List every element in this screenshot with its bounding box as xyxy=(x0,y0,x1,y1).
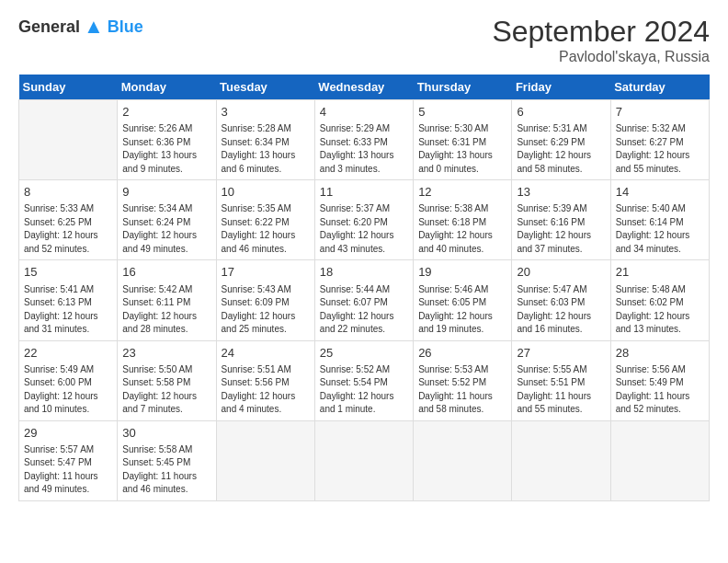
header-wednesday: Wednesday xyxy=(314,75,413,100)
logo-general: General xyxy=(18,17,80,37)
list-item: 15 Sunrise: 5:41 AMSunset: 6:13 PMDaylig… xyxy=(19,260,118,340)
list-item: 27 Sunrise: 5:55 AMSunset: 5:51 PMDaylig… xyxy=(512,340,610,420)
table-row: 29 Sunrise: 5:57 AMSunset: 5:47 PMDaylig… xyxy=(19,420,710,500)
list-item: 5 Sunrise: 5:30 AMSunset: 6:31 PMDayligh… xyxy=(414,100,512,180)
table-row: 8 Sunrise: 5:33 AMSunset: 6:25 PMDayligh… xyxy=(19,180,710,260)
header-monday: Monday xyxy=(118,75,216,100)
header-row: General ▲ Blue September 2024 Pavlodol's… xyxy=(18,15,710,65)
header-friday: Friday xyxy=(512,75,610,100)
list-item: 6 Sunrise: 5:31 AMSunset: 6:29 PMDayligh… xyxy=(512,100,610,180)
empty-cell xyxy=(610,420,709,500)
header-sunday: Sunday xyxy=(19,75,118,100)
list-item: 28 Sunrise: 5:56 AMSunset: 5:49 PMDaylig… xyxy=(610,340,709,420)
list-item: 16 Sunrise: 5:42 AMSunset: 6:11 PMDaylig… xyxy=(118,260,216,340)
location-title: Pavlodol'skaya, Russia xyxy=(492,49,710,65)
list-item: 24 Sunrise: 5:51 AMSunset: 5:56 PMDaylig… xyxy=(216,340,314,420)
list-item: 7 Sunrise: 5:32 AMSunset: 6:27 PMDayligh… xyxy=(610,100,709,180)
header-thursday: Thursday xyxy=(414,75,512,100)
table-row: 15 Sunrise: 5:41 AMSunset: 6:13 PMDaylig… xyxy=(19,260,710,340)
list-item: 4 Sunrise: 5:29 AMSunset: 6:33 PMDayligh… xyxy=(314,100,413,180)
list-item: 23 Sunrise: 5:50 AMSunset: 5:58 PMDaylig… xyxy=(118,340,216,420)
header-saturday: Saturday xyxy=(610,75,709,100)
list-item: 29 Sunrise: 5:57 AMSunset: 5:47 PMDaylig… xyxy=(19,420,118,500)
month-title: September 2024 xyxy=(492,15,710,49)
list-item: 22 Sunrise: 5:49 AMSunset: 6:00 PMDaylig… xyxy=(19,340,118,420)
list-item: 8 Sunrise: 5:33 AMSunset: 6:25 PMDayligh… xyxy=(19,180,118,260)
logo: General ▲ Blue xyxy=(18,15,143,39)
list-item: 9 Sunrise: 5:34 AMSunset: 6:24 PMDayligh… xyxy=(118,180,216,260)
empty-cell xyxy=(414,420,512,500)
list-item: 18 Sunrise: 5:44 AMSunset: 6:07 PMDaylig… xyxy=(314,260,413,340)
title-section: September 2024 Pavlodol'skaya, Russia xyxy=(492,15,710,65)
logo-blue: Blue xyxy=(108,17,143,37)
logo-bird-icon: ▲ xyxy=(84,15,104,39)
list-item: 2 Sunrise: 5:26 AMSunset: 6:36 PMDayligh… xyxy=(118,100,216,180)
list-item: 3 Sunrise: 5:28 AMSunset: 6:34 PMDayligh… xyxy=(216,100,314,180)
list-item: 14 Sunrise: 5:40 AMSunset: 6:14 PMDaylig… xyxy=(610,180,709,260)
list-item: 11 Sunrise: 5:37 AMSunset: 6:20 PMDaylig… xyxy=(314,180,413,260)
list-item: 30 Sunrise: 5:58 AMSunset: 5:45 PMDaylig… xyxy=(118,420,216,500)
list-item: 10 Sunrise: 5:35 AMSunset: 6:22 PMDaylig… xyxy=(216,180,314,260)
list-item: 13 Sunrise: 5:39 AMSunset: 6:16 PMDaylig… xyxy=(512,180,610,260)
list-item: 19 Sunrise: 5:46 AMSunset: 6:05 PMDaylig… xyxy=(414,260,512,340)
empty-cell xyxy=(314,420,413,500)
empty-cell xyxy=(19,100,118,180)
list-item: 20 Sunrise: 5:47 AMSunset: 6:03 PMDaylig… xyxy=(512,260,610,340)
table-row: 2 Sunrise: 5:26 AMSunset: 6:36 PMDayligh… xyxy=(19,100,710,180)
table-row: 22 Sunrise: 5:49 AMSunset: 6:00 PMDaylig… xyxy=(19,340,710,420)
list-item: 25 Sunrise: 5:52 AMSunset: 5:54 PMDaylig… xyxy=(314,340,413,420)
list-item: 21 Sunrise: 5:48 AMSunset: 6:02 PMDaylig… xyxy=(610,260,709,340)
empty-cell xyxy=(512,420,610,500)
header-tuesday: Tuesday xyxy=(216,75,314,100)
list-item: 26 Sunrise: 5:53 AMSunset: 5:52 PMDaylig… xyxy=(414,340,512,420)
list-item: 17 Sunrise: 5:43 AMSunset: 6:09 PMDaylig… xyxy=(216,260,314,340)
calendar-container: General ▲ Blue September 2024 Pavlodol's… xyxy=(0,0,728,511)
empty-cell xyxy=(216,420,314,500)
calendar-table: Sunday Monday Tuesday Wednesday Thursday… xyxy=(18,75,710,501)
list-item: 12 Sunrise: 5:38 AMSunset: 6:18 PMDaylig… xyxy=(414,180,512,260)
